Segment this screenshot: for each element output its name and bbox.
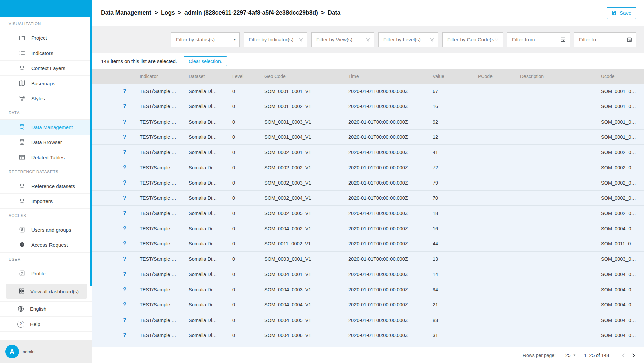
sidebar-item-styles[interactable]: Styles [0,91,92,106]
rows-per-page-value: 25 [565,353,571,358]
table-row[interactable]: ? TEST/Sample … Somalia Di… 0 SOM_0004_0… [92,221,644,236]
cell-level: 0 [232,195,264,201]
col-indicator[interactable]: Indicator [137,74,189,79]
table-row[interactable]: ? [92,343,644,347]
sidebar-item-project[interactable]: Project [0,30,92,45]
sidebar-item-label: Data Management [31,124,73,130]
next-page-button[interactable] [629,351,638,360]
col-level[interactable]: Level [232,74,264,79]
row-help-icon[interactable]: ? [123,164,126,171]
table-row[interactable]: ? TEST/Sample … Somalia Di… 0 SOM_0001_0… [92,114,644,130]
table-row[interactable]: ? TEST/Sample … Somalia Di… 0 SOM_0001_0… [92,130,644,145]
row-help-icon[interactable]: ? [123,256,126,262]
table-row[interactable]: ? TEST/Sample … Somalia Di… 0 SOM_0004_0… [92,267,644,282]
sidebar-item-reference-datasets[interactable]: Reference datasets [0,178,92,194]
filter-indicator[interactable]: Filter by Indicator(s) [244,32,307,47]
section-user: USER [0,253,92,266]
sidebar-item-users-and-groups[interactable]: Users and groups [0,222,92,237]
prev-page-button[interactable] [619,351,629,360]
save-button[interactable]: Save [607,7,636,19]
table-row[interactable]: ? TEST/Sample … Somalia Di… 0 SOM_0002_0… [92,175,644,191]
table-row[interactable]: ? TEST/Sample … Somalia Di… 0 SOM_0002_0… [92,145,644,160]
table-row[interactable]: ? TEST/Sample … Somalia Di… 0 SOM_0004_0… [92,297,644,312]
table-row[interactable]: ? TEST/Sample … Somalia Di… 0 SOM_0001_0… [92,84,644,99]
filter-status[interactable]: Filter by status(s) ▾ [171,32,240,47]
row-help-icon[interactable]: ? [123,179,126,186]
row-help-icon[interactable]: ? [123,317,126,324]
sidebar-item-indicators[interactable]: Indicators [0,45,92,61]
filter-date-from[interactable]: Filter from [507,32,570,47]
col-time[interactable]: Time [348,74,433,79]
sidebar-item-basemaps[interactable]: Basemaps [0,76,92,91]
col-geocode[interactable]: Geo Code [264,74,348,79]
row-help-icon[interactable]: ? [123,103,126,110]
view-all-dashboards-button[interactable]: View all dashboard(s) [6,284,87,299]
table-row[interactable]: ? TEST/Sample … Somalia Di… 0 SOM_0002_0… [92,191,644,206]
table-row[interactable]: ? TEST/Sample … Somalia Di… 0 SOM_0004_0… [92,312,644,328]
row-help-icon[interactable]: ? [123,286,126,293]
app-logo[interactable] [0,0,92,17]
cell-level: 0 [232,318,264,323]
filter-date-to[interactable]: Filter to [574,32,636,47]
row-help-icon[interactable]: ? [123,301,126,308]
table-row[interactable]: ? TEST/Sample … Somalia Di… 0 SOM_0003_0… [92,252,644,267]
sidebar-item-access-request[interactable]: Access Request [0,237,92,253]
table-row[interactable]: ? TEST/Sample … Somalia Di… 0 SOM_0002_0… [92,160,644,175]
row-help-icon[interactable]: ? [123,210,126,217]
cell-time: 2020-01-01T00:00:00.000Z [348,119,433,125]
sidebar-item-profile[interactable]: Profile [0,266,92,281]
cell-dataset: Somalia Di… [189,134,232,140]
sidebar-item-data-browser[interactable]: Data Browser [0,135,92,150]
rows-per-page-select[interactable]: 25 ▾ [565,353,575,358]
cell-geocode: SOM_0002_0005_V1 [264,211,348,216]
filter-view[interactable]: Filter by View(s) [311,32,374,47]
cell-level: 0 [232,241,264,246]
sidebar-item-related-tables[interactable]: Related Tables [0,150,92,165]
sidebar-item-language[interactable]: English [0,301,92,317]
cell-dataset: Somalia Di… [189,211,232,216]
cell-time: 2020-01-01T00:00:00.000Z [348,241,433,246]
sidebar-item-label: Styles [31,96,45,101]
cell-value: 92 [433,119,478,125]
row-help-icon[interactable]: ? [123,134,126,140]
clear-selection-button[interactable]: Clear selection. [184,56,227,66]
avatar[interactable]: A [5,345,19,358]
cell-time: 2020-01-01T00:00:00.000Z [348,272,433,277]
row-help-icon[interactable]: ? [123,195,126,201]
breadcrumb-item[interactable]: Logs [161,9,175,16]
breadcrumb-item[interactable]: Data [328,9,340,16]
cell-indicator: TEST/Sample … [137,241,189,246]
pagination: Rows per page: 25 ▾ 1–25 of 148 [92,347,644,363]
row-help-icon[interactable]: ? [123,88,126,95]
row-help-icon[interactable]: ? [123,119,126,125]
cell-value: 67 [433,89,478,94]
sidebar-item-data-management[interactable]: Data Management [0,120,92,135]
row-help-icon[interactable]: ? [123,149,126,156]
row-help-icon[interactable]: ? [123,271,126,278]
user-footer[interactable]: A admin [0,340,92,363]
sidebar-item-help[interactable]: ? Help [0,317,92,332]
sidebar-item-importers[interactable]: Importers [0,194,92,209]
col-pcode[interactable]: PCode [478,74,520,79]
table-row[interactable]: ? TEST/Sample … Somalia Di… 0 SOM_0002_0… [92,206,644,221]
filter-level[interactable]: Filter by Level(s) [378,32,438,47]
col-dataset[interactable]: Dataset [189,74,232,79]
row-help-icon[interactable]: ? [123,225,126,232]
filter-geocode[interactable]: Filter by Geo Code(s [442,32,503,47]
breadcrumb-item[interactable]: admin (828ce611-2297-4af8-a5f4-2e38dcc29… [184,9,318,16]
breadcrumb-item[interactable]: Data Management [101,9,151,16]
col-ucode[interactable]: Ucode [601,74,644,79]
row-help-icon[interactable]: ? [123,332,126,339]
sidebar-scrollbar[interactable] [90,0,92,286]
sidebar-item-context-layers[interactable]: Context Layers [0,61,92,76]
cell-ucode: SOM_0001_0… [601,119,644,125]
table-row[interactable]: ? TEST/Sample … Somalia Di… 0 SOM_0004_0… [92,328,644,343]
col-value[interactable]: Value [433,74,478,79]
row-help-icon[interactable]: ? [123,240,126,247]
table-row[interactable]: ? TEST/Sample … Somalia Di… 0 SOM_0001_0… [92,99,644,114]
table-row[interactable]: ? TEST/Sample … Somalia Di… 0 SOM_0011_0… [92,236,644,252]
table-row[interactable]: ? TEST/Sample … Somalia Di… 0 SOM_0004_0… [92,282,644,297]
calendar-icon [560,37,566,43]
col-description[interactable]: Description [520,74,601,79]
breadcrumb-separator: > [178,9,181,16]
